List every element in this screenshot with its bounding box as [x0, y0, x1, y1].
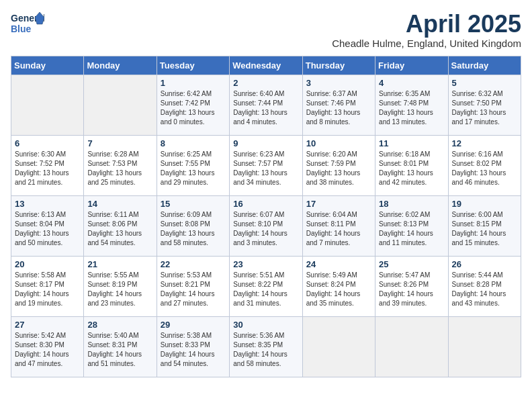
day-number: 11: [379, 138, 444, 148]
day-info: Sunrise: 6:02 AM Sunset: 8:13 PM Dayligh…: [379, 210, 444, 248]
day-number: 21: [87, 259, 152, 269]
day-info: Sunrise: 6:09 AM Sunset: 8:08 PM Dayligh…: [161, 210, 226, 248]
calendar-cell: 22Sunrise: 5:53 AM Sunset: 8:21 PM Dayli…: [157, 256, 229, 316]
header-friday: Friday: [375, 56, 448, 75]
day-info: Sunrise: 5:40 AM Sunset: 8:31 PM Dayligh…: [87, 331, 152, 369]
calendar-cell: 24Sunrise: 5:49 AM Sunset: 8:24 PM Dayli…: [302, 256, 375, 316]
day-info: Sunrise: 6:37 AM Sunset: 7:46 PM Dayligh…: [306, 89, 371, 127]
calendar-cell: 13Sunrise: 6:13 AM Sunset: 8:04 PM Dayli…: [11, 195, 84, 256]
day-info: Sunrise: 6:35 AM Sunset: 7:48 PM Dayligh…: [379, 89, 444, 127]
calendar-cell: 25Sunrise: 5:47 AM Sunset: 8:26 PM Dayli…: [375, 256, 448, 316]
calendar-cell: [448, 316, 521, 377]
header-tuesday: Tuesday: [157, 56, 229, 75]
day-number: 19: [452, 199, 517, 209]
calendar-cell: 1Sunrise: 6:42 AM Sunset: 7:42 PM Daylig…: [157, 75, 229, 135]
day-info: Sunrise: 5:36 AM Sunset: 8:35 PM Dayligh…: [233, 331, 298, 369]
day-info: Sunrise: 6:11 AM Sunset: 8:06 PM Dayligh…: [87, 210, 152, 248]
calendar-cell: 21Sunrise: 5:55 AM Sunset: 8:19 PM Dayli…: [84, 256, 157, 316]
header-saturday: Saturday: [448, 56, 521, 75]
day-number: 17: [306, 199, 371, 209]
logo-svg: General Blue: [11, 11, 44, 36]
header-thursday: Thursday: [302, 56, 375, 75]
day-number: 20: [15, 259, 80, 269]
day-number: 22: [161, 259, 226, 269]
day-number: 27: [15, 320, 80, 330]
day-info: Sunrise: 5:44 AM Sunset: 8:28 PM Dayligh…: [452, 271, 517, 308]
day-number: 2: [233, 78, 298, 88]
day-info: Sunrise: 6:00 AM Sunset: 8:15 PM Dayligh…: [452, 210, 517, 248]
calendar-cell: 14Sunrise: 6:11 AM Sunset: 8:06 PM Dayli…: [84, 195, 157, 256]
calendar-cell: [11, 75, 84, 135]
day-number: 25: [379, 259, 444, 269]
calendar-week-4: 20Sunrise: 5:58 AM Sunset: 8:17 PM Dayli…: [11, 256, 521, 316]
calendar-cell: 19Sunrise: 6:00 AM Sunset: 8:15 PM Dayli…: [448, 195, 521, 256]
day-number: 9: [233, 138, 298, 148]
day-info: Sunrise: 6:07 AM Sunset: 8:10 PM Dayligh…: [233, 210, 298, 248]
day-info: Sunrise: 5:51 AM Sunset: 8:22 PM Dayligh…: [233, 271, 298, 308]
day-number: 18: [379, 199, 444, 209]
svg-text:Blue: Blue: [11, 24, 32, 34]
day-info: Sunrise: 5:47 AM Sunset: 8:26 PM Dayligh…: [379, 271, 444, 308]
header-monday: Monday: [84, 56, 157, 75]
day-info: Sunrise: 5:55 AM Sunset: 8:19 PM Dayligh…: [87, 271, 152, 308]
logo: General Blue: [11, 11, 44, 36]
calendar-cell: 8Sunrise: 6:25 AM Sunset: 7:55 PM Daylig…: [157, 135, 229, 195]
header-row: Sunday Monday Tuesday Wednesday Thursday…: [11, 56, 521, 75]
calendar-cell: 18Sunrise: 6:02 AM Sunset: 8:13 PM Dayli…: [375, 195, 448, 256]
calendar-cell: [375, 316, 448, 377]
calendar-table: Sunday Monday Tuesday Wednesday Thursday…: [11, 56, 521, 377]
day-info: Sunrise: 6:18 AM Sunset: 8:01 PM Dayligh…: [379, 150, 444, 187]
day-info: Sunrise: 6:16 AM Sunset: 8:02 PM Dayligh…: [452, 150, 517, 187]
day-number: 10: [306, 138, 371, 148]
day-number: 12: [452, 138, 517, 148]
header-wednesday: Wednesday: [230, 56, 302, 75]
day-info: Sunrise: 6:32 AM Sunset: 7:50 PM Dayligh…: [452, 89, 517, 127]
day-number: 29: [161, 320, 226, 330]
calendar-week-1: 1Sunrise: 6:42 AM Sunset: 7:42 PM Daylig…: [11, 75, 521, 135]
calendar-cell: 23Sunrise: 5:51 AM Sunset: 8:22 PM Dayli…: [230, 256, 302, 316]
day-number: 23: [233, 259, 298, 269]
calendar-cell: 17Sunrise: 6:04 AM Sunset: 8:11 PM Dayli…: [302, 195, 375, 256]
header-sunday: Sunday: [11, 56, 84, 75]
calendar-cell: 28Sunrise: 5:40 AM Sunset: 8:31 PM Dayli…: [84, 316, 157, 377]
day-info: Sunrise: 5:42 AM Sunset: 8:30 PM Dayligh…: [15, 331, 80, 369]
title-block: April 2025 Cheadle Hulme, England, Unite…: [332, 11, 521, 49]
month-title: April 2025: [332, 11, 521, 38]
location: Cheadle Hulme, England, United Kingdom: [332, 38, 521, 49]
calendar-body: 1Sunrise: 6:42 AM Sunset: 7:42 PM Daylig…: [11, 75, 521, 377]
calendar-week-2: 6Sunrise: 6:30 AM Sunset: 7:52 PM Daylig…: [11, 135, 521, 195]
calendar-cell: 5Sunrise: 6:32 AM Sunset: 7:50 PM Daylig…: [448, 75, 521, 135]
calendar-cell: 12Sunrise: 6:16 AM Sunset: 8:02 PM Dayli…: [448, 135, 521, 195]
calendar-cell: 20Sunrise: 5:58 AM Sunset: 8:17 PM Dayli…: [11, 256, 84, 316]
calendar-cell: 10Sunrise: 6:20 AM Sunset: 7:59 PM Dayli…: [302, 135, 375, 195]
calendar-week-3: 13Sunrise: 6:13 AM Sunset: 8:04 PM Dayli…: [11, 195, 521, 256]
day-number: 5: [452, 78, 517, 88]
day-number: 15: [161, 199, 226, 209]
day-info: Sunrise: 5:58 AM Sunset: 8:17 PM Dayligh…: [15, 271, 80, 308]
day-number: 1: [161, 78, 226, 88]
calendar-cell: 6Sunrise: 6:30 AM Sunset: 7:52 PM Daylig…: [11, 135, 84, 195]
day-number: 13: [15, 199, 80, 209]
day-number: 3: [306, 78, 371, 88]
day-number: 28: [87, 320, 152, 330]
day-number: 16: [233, 199, 298, 209]
calendar-cell: 11Sunrise: 6:18 AM Sunset: 8:01 PM Dayli…: [375, 135, 448, 195]
day-number: 8: [161, 138, 226, 148]
day-number: 26: [452, 259, 517, 269]
day-info: Sunrise: 5:38 AM Sunset: 8:33 PM Dayligh…: [161, 331, 226, 369]
day-info: Sunrise: 6:42 AM Sunset: 7:42 PM Dayligh…: [161, 89, 226, 127]
page-header: General Blue April 2025 Cheadle Hulme, E…: [11, 11, 521, 49]
calendar-cell: 15Sunrise: 6:09 AM Sunset: 8:08 PM Dayli…: [157, 195, 229, 256]
day-number: 4: [379, 78, 444, 88]
day-number: 24: [306, 259, 371, 269]
day-info: Sunrise: 6:04 AM Sunset: 8:11 PM Dayligh…: [306, 210, 371, 248]
day-info: Sunrise: 6:20 AM Sunset: 7:59 PM Dayligh…: [306, 150, 371, 187]
day-number: 7: [87, 138, 152, 148]
calendar-header: Sunday Monday Tuesday Wednesday Thursday…: [11, 56, 521, 75]
calendar-week-5: 27Sunrise: 5:42 AM Sunset: 8:30 PM Dayli…: [11, 316, 521, 377]
day-info: Sunrise: 6:30 AM Sunset: 7:52 PM Dayligh…: [15, 150, 80, 187]
calendar-cell: 30Sunrise: 5:36 AM Sunset: 8:35 PM Dayli…: [230, 316, 302, 377]
day-number: 30: [233, 320, 298, 330]
calendar-cell: [302, 316, 375, 377]
calendar-cell: 7Sunrise: 6:28 AM Sunset: 7:53 PM Daylig…: [84, 135, 157, 195]
